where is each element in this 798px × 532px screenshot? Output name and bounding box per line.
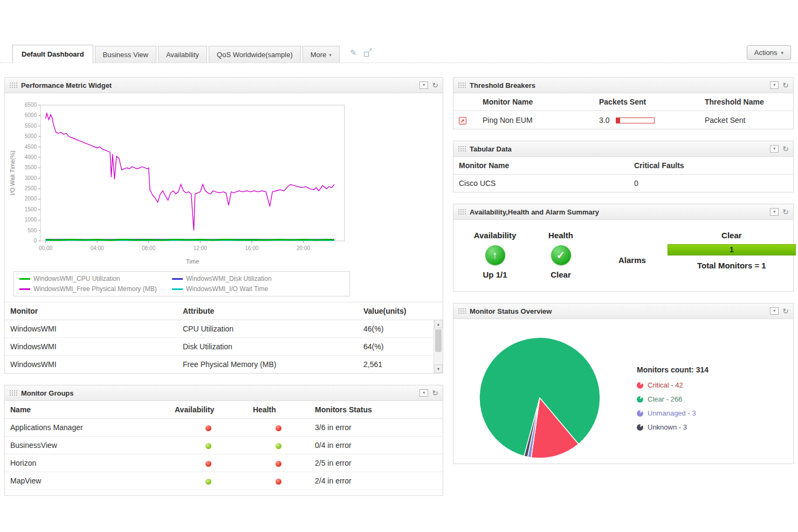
scroll-thumb[interactable] [435, 329, 442, 352]
metric-table-wrap: Monitor Attribute Value(units) WindowsWM… [5, 302, 443, 373]
tab-business-view[interactable]: Business View [95, 46, 156, 63]
availability-status-dot [205, 461, 211, 467]
panel-tabular-data: Tabular Data ▾ ↻ Monitor Name Critical F… [453, 141, 794, 192]
panel-header: Tabular Data ▾ ↻ [453, 141, 793, 157]
drag-handle-icon[interactable] [9, 390, 17, 396]
monitor-name[interactable]: Ping Non EUM [477, 111, 594, 129]
tab-availability[interactable]: Availability [158, 46, 207, 63]
health-status-dot [276, 479, 281, 485]
legend-label: WindowsWMI_CPU Utilization [33, 275, 120, 282]
legend-label: WindowsWMI_Disk Utilization [186, 275, 272, 282]
group-name[interactable]: BusinessView [5, 437, 169, 454]
refresh-icon[interactable]: ↻ [782, 208, 789, 216]
table-header-row: Monitor Name Critical Faults [453, 157, 793, 175]
group-name[interactable]: Horizon [5, 454, 169, 472]
attribute-cell: Free Physical Memory (MB) [177, 356, 358, 374]
threshold-name: Packet Sent [699, 111, 793, 129]
monitors-status: 1/6 in error [309, 490, 443, 496]
widget-menu-icon[interactable]: ▾ [770, 307, 779, 315]
legend-item: WindowsWMI_I/O Wait Time [172, 285, 325, 293]
monitor-name[interactable]: Cisco UCS [453, 175, 629, 192]
table-header-row: Monitor Name Packets Sent Threshold Name [453, 93, 793, 111]
svg-text:5000: 5000 [25, 133, 37, 139]
availability-up-icon[interactable]: ↑ [485, 245, 505, 265]
pie-legend: Monitors count: 314 Critical - 42 Clear … [637, 334, 708, 458]
tab-qos-worldwide[interactable]: QoS Worldwide(sample) [209, 46, 301, 63]
svg-text:0: 0 [33, 238, 37, 244]
tab-label: QoS Worldwide(sample) [217, 51, 293, 59]
column-header: Value(units) [358, 302, 434, 320]
edit-dashboard-icon[interactable]: ✎ [350, 48, 357, 58]
widget-menu-icon[interactable]: ▾ [770, 81, 779, 89]
drag-handle-icon[interactable] [458, 308, 466, 314]
widget-menu-icon[interactable]: ▾ [770, 145, 779, 153]
table-row: MapView 2/4 in error [5, 472, 443, 490]
tab-more[interactable]: More ▾ [302, 46, 340, 63]
table-scrollbar[interactable]: ▲ ▼ [434, 320, 443, 373]
column-header-spacer [453, 93, 477, 111]
drag-handle-icon[interactable] [458, 209, 466, 215]
widget-menu-icon[interactable]: ▾ [770, 208, 779, 216]
monitors-status: 2/5 in error [309, 454, 443, 472]
svg-text:2500: 2500 [25, 185, 37, 191]
chevron-down-icon: ▾ [329, 52, 332, 58]
monitor-cell: WindowsWMI [5, 320, 177, 338]
legend-swatch [172, 278, 183, 280]
panel-performance-metric: Performance Metric Widget ▾ ↻ 0500100015… [4, 77, 443, 374]
scroll-up-button[interactable]: ▲ [434, 320, 443, 328]
legend-swatch [172, 288, 183, 290]
summary-body: Availability ↑ Up 1/1 Health ✓ Clear Ala… [453, 220, 793, 291]
svg-text:08:00: 08:00 [142, 245, 155, 251]
packets-sent-value: 3.0 [599, 116, 609, 125]
group-name[interactable]: Monitor Group [5, 490, 169, 496]
availability-value: Up 1/1 [462, 270, 528, 279]
legend-item: WindowsWMI_CPU Utilization [19, 275, 172, 282]
group-name[interactable]: MapView [5, 472, 169, 490]
tab-tools: ✎ ↗ [350, 48, 372, 63]
panel-title: Monitor Groups [21, 389, 74, 397]
drag-handle-icon[interactable] [9, 82, 17, 88]
legend-item: WindowsWMI_Free Physical Memory (MB) [19, 285, 172, 293]
widget-menu-icon[interactable]: ▾ [419, 81, 428, 89]
drag-handle-icon[interactable] [458, 146, 466, 152]
drag-handle-icon[interactable] [458, 82, 466, 88]
monitor-status-pie-chart [476, 334, 603, 458]
widget-menu-icon[interactable]: ▾ [419, 389, 428, 397]
attribute-cell: CPU Utilization [177, 320, 358, 338]
refresh-icon[interactable]: ↻ [782, 307, 789, 315]
panel-threshold-breakers: Threshold Breakers ▾ ↻ Monitor Name Pack… [453, 77, 794, 129]
alarm-count-bar[interactable]: 1 [668, 244, 796, 255]
open-new-window-icon[interactable]: ↗ [364, 50, 371, 57]
threshold-bar [616, 118, 655, 123]
refresh-icon[interactable]: ↻ [432, 389, 438, 397]
column-header: Monitor Name [477, 93, 594, 111]
health-clear-icon[interactable]: ✓ [551, 245, 571, 265]
actions-button[interactable]: Actions ▾ [747, 45, 791, 60]
dashboard-tab-bar: Default Dashboard Business View Availabi… [0, 45, 798, 63]
scroll-down-button[interactable]: ▼ [434, 364, 443, 373]
monitors-count-label: Monitors count: 314 [637, 365, 708, 374]
legend-swatch [19, 288, 30, 290]
tab-label: Default Dashboard [22, 50, 84, 58]
panel-header: Monitor Groups ▾ ↻ [5, 385, 443, 401]
health-value: Clear [528, 270, 594, 279]
tab-default-dashboard[interactable]: Default Dashboard [12, 45, 93, 63]
panel-header: Threshold Breakers ▾ ↻ [453, 78, 793, 93]
panel-header: Availability,Health and Alarm Summary ▾ … [453, 204, 793, 220]
svg-text:16:00: 16:00 [245, 245, 258, 251]
panel-title: Tabular Data [470, 145, 512, 153]
refresh-icon[interactable]: ↻ [782, 145, 789, 153]
svg-text:6000: 6000 [25, 112, 37, 118]
monitor-status-body: Monitors count: 314 Critical - 42 Clear … [453, 319, 793, 464]
refresh-icon[interactable]: ↻ [432, 81, 438, 89]
scroll-track[interactable] [434, 328, 443, 364]
column-header: Critical Faults [629, 157, 793, 175]
column-header: Monitor Name [453, 157, 629, 175]
refresh-icon[interactable]: ↻ [782, 81, 789, 89]
metric-table: Monitor Attribute Value(units) WindowsWM… [5, 302, 434, 373]
health-status-dot [276, 461, 281, 467]
legend-swatch [19, 278, 30, 280]
svg-text:1000: 1000 [25, 217, 37, 223]
group-name[interactable]: Applications Manager [5, 419, 169, 437]
availability-block: Availability ↑ Up 1/1 [462, 231, 528, 279]
